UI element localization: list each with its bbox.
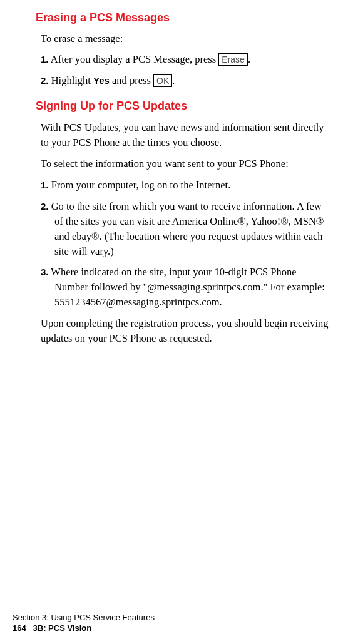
para-select-info: To select the information you want sent … xyxy=(41,156,329,171)
step-2-section2: 2. Go to the site from which you want to… xyxy=(41,199,329,259)
step-text: Go to the site from which you want to re… xyxy=(49,200,324,257)
erase-key: Erase xyxy=(218,53,248,66)
step-1-section2: 1. From your computer, log on to the Int… xyxy=(41,178,329,193)
para-completing: Upon completing the registration process… xyxy=(41,316,329,346)
yes-bold: Yes xyxy=(93,75,110,86)
page-footer: Section 3: Using PCS Service Features 16… xyxy=(13,612,155,634)
step-text: From your computer, log on to the Intern… xyxy=(49,179,231,191)
heading-erasing: Erasing a PCS Messages xyxy=(36,11,329,24)
ok-key: OK xyxy=(153,74,172,87)
para-updates-desc: With PCS Updates, you can have news and … xyxy=(41,120,329,150)
intro-text: To erase a message: xyxy=(41,32,329,46)
footer-section-label: Section 3: Using PCS Service Features xyxy=(13,612,155,623)
step-3-section2: 3. Where indicated on the site, input yo… xyxy=(41,265,329,310)
step-text: and press xyxy=(110,74,153,86)
step-num: 1. xyxy=(41,54,49,64)
step-num: 2. xyxy=(41,75,49,86)
step-text: . xyxy=(172,74,175,86)
footer-page-line: 164 3B: PCS Vision xyxy=(13,623,155,634)
step-num: 1. xyxy=(41,180,49,190)
step-text: . xyxy=(248,53,250,65)
step-text: Where indicated on the site, input your … xyxy=(49,266,325,308)
footer-page-number: 164 xyxy=(13,623,26,633)
heading-signing-up: Signing Up for PCS Updates xyxy=(36,100,329,113)
step-1-section1: 1. After you display a PCS Message, pres… xyxy=(41,52,329,67)
step-num: 3. xyxy=(41,267,49,277)
step-text: After you display a PCS Message, press xyxy=(49,53,219,65)
footer-subsection: 3B: PCS Vision xyxy=(33,623,92,633)
step-text: Highlight xyxy=(49,74,94,86)
step-2-section1: 2. Highlight Yes and press OK. xyxy=(41,73,329,88)
step-num: 2. xyxy=(41,201,49,212)
